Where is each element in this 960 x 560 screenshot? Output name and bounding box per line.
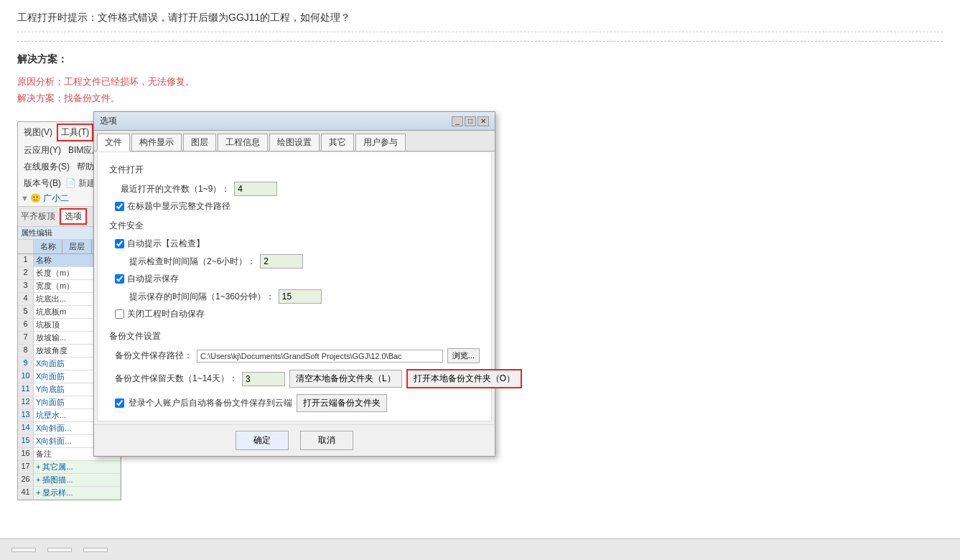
menu-view[interactable]: 视图(V) — [21, 125, 55, 140]
backup-section-label: 备份文件设置 — [109, 330, 480, 342]
tab-component-display[interactable]: 构件显示 — [131, 134, 182, 151]
close-auto-save-label: 关闭工程时自动保存 — [127, 308, 205, 320]
backup-days-label: 备份文件保留天数（1~14天）： — [115, 373, 238, 385]
header-num — [18, 240, 34, 253]
clear-local-backup-button[interactable]: 清空本地备份文件夹（L） — [289, 370, 402, 388]
dialog-controls: _ □ ✕ — [452, 116, 489, 126]
cloud-backup-checkbox[interactable] — [115, 398, 124, 408]
bottom-tab-3[interactable] — [83, 548, 108, 552]
file-security-label: 文件安全 — [109, 220, 480, 232]
backup-path-label: 备份文件保存路径： — [115, 350, 192, 362]
menu-tools[interactable]: 工具(T) — [57, 123, 93, 141]
open-cloud-backup-button[interactable]: 打开云端备份文件夹 — [297, 394, 387, 412]
close-button[interactable]: ✕ — [477, 116, 489, 126]
tab-other[interactable]: 其它 — [321, 134, 354, 151]
browse-button[interactable]: 浏览... — [447, 348, 480, 363]
property-edit-label: 属性编辑 — [21, 228, 52, 237]
page-container: 工程打开时提示：文件格式错误，请打开后缀为GGJ11的工程，如何处理？ 解决方案… — [0, 0, 960, 560]
header-name: 名称 — [34, 240, 62, 253]
cloud-backup-label: 登录个人账户后自动将备份文件保存到云端 — [129, 397, 292, 409]
auto-cloud-check-row: 自动提示【云检查】 — [115, 238, 480, 250]
confirm-button[interactable]: 确定 — [236, 431, 289, 450]
backup-days-input[interactable] — [242, 372, 285, 386]
separator: ▼ — [21, 194, 29, 202]
backup-path-row: 备份文件保存路径： 浏览... — [115, 348, 480, 363]
dialog-title-bar: 选项 _ □ ✕ — [94, 112, 495, 131]
save-interval-row: 提示保存的时间间隔（1~360分钟）： — [129, 289, 480, 304]
auto-save-label: 自动提示保存 — [127, 273, 179, 285]
show-path-row: 在标题中显示完整文件路径 — [115, 200, 480, 213]
save-interval-label: 提示保存的时间间隔（1~360分钟）： — [129, 291, 274, 303]
check-interval-input[interactable] — [260, 254, 303, 269]
tab-user-participate[interactable]: 用户参与 — [355, 134, 406, 151]
show-path-checkbox[interactable] — [115, 202, 124, 211]
recent-files-input[interactable] — [234, 182, 277, 196]
open-local-backup-button[interactable]: 打开本地备份文件夹（O） — [406, 369, 522, 388]
cancel-button[interactable]: 取消 — [300, 431, 353, 450]
tab-draw-settings[interactable]: 绘图设置 — [269, 134, 320, 151]
question-header: 工程打开时提示：文件格式错误，请打开后缀为GGJ11的工程，如何处理？ — [17, 11, 943, 32]
auto-cloud-check-checkbox[interactable] — [115, 239, 124, 248]
solution-title: 解决方案： — [17, 53, 943, 66]
menu-online[interactable]: 在线服务(S) — [21, 159, 73, 174]
flat-panel-label: 平齐板顶 — [21, 210, 55, 223]
user-icon: 🙂 — [30, 193, 41, 203]
analysis-line2: 解决方案：找备份文件。 — [17, 90, 943, 106]
table-row-expandable[interactable]: 17 + 其它属... — [18, 461, 121, 474]
bottom-tab-1[interactable] — [11, 548, 36, 552]
table-row-expandable[interactable]: 41 + 显示样... — [18, 487, 121, 500]
backup-path-input[interactable] — [197, 350, 443, 363]
menu-version[interactable]: 版本号(B) — [21, 176, 64, 191]
user-label: 🙂 广小二 — [30, 192, 69, 205]
check-interval-label: 提示检查时间间隔（2~6小时）： — [129, 256, 256, 268]
analysis-line1: 原因分析：工程文件已经损坏，无法修复。 — [17, 73, 943, 90]
tab-file[interactable]: 文件 — [97, 134, 130, 151]
recent-files-row: 最近打开的文件数（1~9）： — [121, 182, 480, 196]
tab-project-info[interactable]: 工程信息 — [218, 134, 268, 151]
show-path-label: 在标题中显示完整文件路径 — [127, 200, 230, 213]
new-icon: 📄 — [65, 178, 76, 188]
bottom-bar — [0, 538, 960, 560]
menu-cloud[interactable]: 云应用(Y) — [21, 143, 64, 158]
solution-section: 解决方案： 原因分析：工程文件已经损坏，无法修复。 解决方案：找备份文件。 — [17, 53, 943, 107]
header-col2: 层层 — [62, 240, 91, 253]
close-auto-save-checkbox[interactable] — [115, 309, 124, 319]
recent-files-label: 最近打开的文件数（1~9）： — [121, 183, 230, 195]
dialog-tabs: 文件 构件显示 图层 工程信息 绘图设置 其它 用户参与 — [94, 131, 495, 151]
close-auto-save-row: 关闭工程时自动保存 — [115, 308, 480, 320]
tab-layer[interactable]: 图层 — [183, 134, 216, 151]
options-dialog: 选项 _ □ ✕ 文件 构件显示 图层 工程信息 绘图设置 其它 用户参与 文件… — [93, 111, 495, 457]
minimize-button[interactable]: _ — [452, 116, 463, 126]
auto-save-row: 自动提示保存 — [115, 273, 480, 285]
maximize-button[interactable]: □ — [465, 116, 476, 126]
file-open-section-label: 文件打开 — [109, 164, 480, 176]
auto-save-checkbox[interactable] — [115, 274, 124, 284]
cloud-row: 登录个人账户后自动将备份文件保存到云端 打开云端备份文件夹 — [115, 394, 480, 412]
table-row-expandable[interactable]: 26 + 插图描... — [18, 474, 121, 487]
auto-cloud-check-label: 自动提示【云检查】 — [127, 238, 205, 250]
save-interval-input[interactable] — [279, 289, 322, 304]
backup-days-row: 备份文件保留天数（1~14天）： 清空本地备份文件夹（L） 打开本地备份文件夹（… — [115, 369, 480, 388]
dialog-footer: 确定 取消 — [94, 424, 495, 456]
option-highlighted[interactable]: 选项 — [60, 208, 87, 225]
dialog-title: 选项 — [100, 115, 117, 127]
bottom-tab-2[interactable] — [47, 548, 72, 552]
dialog-content: 文件打开 最近打开的文件数（1~9）： 在标题中显示完整文件路径 文件安全 自动… — [97, 151, 492, 421]
check-interval-row: 提示检查时间间隔（2~6小时）： — [129, 254, 480, 269]
question-text: 工程打开时提示：文件格式错误，请打开后缀为GGJ11的工程，如何处理？ — [17, 11, 350, 23]
